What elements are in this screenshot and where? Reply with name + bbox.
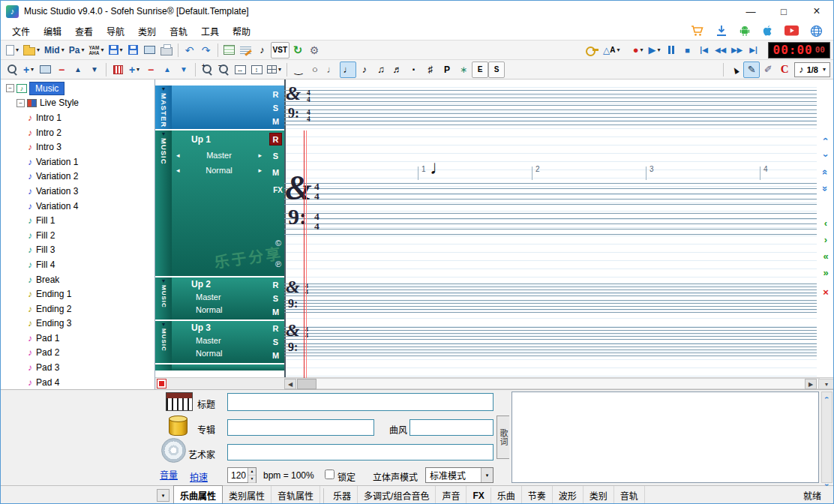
print-button[interactable] (158, 42, 175, 58)
yamaha-import-button[interactable]: YAMAHA▾ (86, 42, 106, 58)
redo-button[interactable]: ↷ (198, 42, 214, 58)
horizontal-scrollbar[interactable]: ◀ ▶ ▾ (155, 377, 833, 389)
tree-item[interactable]: ♪Break (1, 272, 154, 287)
up2-treble-staff[interactable] (284, 284, 817, 296)
tempo-input[interactable] (228, 468, 248, 482)
tab-fx[interactable]: FX (466, 488, 490, 504)
apple-icon[interactable] (762, 25, 773, 38)
cart-icon[interactable] (691, 25, 704, 37)
note-duration-select[interactable]: ♪1/8▾ (794, 62, 830, 77)
move-down-button[interactable]: ▼ (86, 62, 103, 78)
soundbank-icon[interactable] (169, 416, 188, 436)
pedal-button[interactable]: P (439, 62, 455, 78)
sixteenth-notes-button[interactable]: ♬ (389, 62, 406, 78)
tree-item[interactable]: ♪Ending 2 (1, 302, 154, 316)
track-header-partial[interactable] (172, 364, 284, 370)
patch-selector[interactable]: ◂ Master ▸ (176, 151, 262, 160)
corner-menu-button[interactable]: ▾ (818, 379, 833, 389)
fit-height-button[interactable]: ↕ (248, 62, 265, 78)
collapse-box-icon[interactable]: − (6, 84, 14, 92)
step-left-button[interactable]: ‹ (818, 218, 833, 229)
chevron-down-icon[interactable]: ▾ (617, 46, 620, 53)
close-button[interactable]: × (800, 1, 833, 22)
chevron-down-icon[interactable]: ▾ (81, 46, 84, 53)
scroll-down-button[interactable]: › (818, 150, 833, 161)
tab-song[interactable]: 乐曲 (491, 486, 522, 504)
menu-help[interactable]: 帮助 (226, 22, 257, 40)
arrow-left-icon[interactable]: ◂ (176, 152, 180, 159)
tree-item[interactable]: ♪Fill 1 (1, 213, 154, 228)
lyrics-tab[interactable]: 歌词 (496, 416, 509, 459)
youtube-icon[interactable] (784, 26, 799, 36)
rewind-button[interactable]: ◀◀ (712, 42, 729, 58)
tree-root[interactable]: − ♪ Music (1, 81, 154, 96)
track-down-button[interactable]: ▼ (176, 62, 192, 78)
close-panel-button[interactable]: × (818, 286, 833, 298)
eighth-note-button[interactable]: ♪ (356, 62, 373, 78)
arrow-left-icon[interactable]: ◂ (176, 166, 180, 174)
chevron-down-icon[interactable]: ▾ (31, 66, 34, 73)
collapse-box-icon[interactable]: − (16, 99, 25, 107)
add-category-button[interactable]: +▾ (20, 62, 37, 78)
chevron-down-icon[interactable]: ▾ (120, 46, 123, 53)
tab-instrument[interactable]: 乐器 (327, 486, 358, 504)
track-header-up2[interactable]: Up 2 Master Normal R S M (172, 278, 284, 320)
lock-checkbox[interactable] (325, 470, 334, 479)
zoom-out-button[interactable]: − (215, 62, 232, 78)
scroll-up-button[interactable]: ‹ (818, 134, 833, 145)
scrollbar-thumb[interactable] (297, 379, 316, 389)
mute-button[interactable]: M (269, 115, 282, 128)
ornament-button[interactable]: ∗ (455, 62, 472, 78)
tree-item[interactable]: ♪Variation 3 (1, 184, 154, 199)
refresh-button[interactable]: ↻ (290, 42, 306, 58)
tree-item[interactable]: ♪Fill 2 (1, 228, 154, 243)
duplicate-button[interactable] (37, 62, 53, 78)
tree-item[interactable]: ♪Variation 4 (1, 199, 154, 214)
collapse-icon[interactable]: ▼ (155, 278, 172, 284)
record-arm-button[interactable]: R (269, 88, 282, 100)
arrow-right-icon[interactable]: ▸ (258, 152, 262, 159)
chevron-down-icon[interactable]: ▾ (136, 66, 140, 73)
open-file-button[interactable]: ▾ (21, 42, 42, 58)
tree-item[interactable]: ♪Intro 3 (1, 140, 154, 154)
tie-button[interactable]: ‿ (290, 62, 307, 78)
zoom-in-button[interactable]: + (199, 62, 215, 78)
patch-selector[interactable]: Master (196, 336, 221, 345)
brush-tool-button[interactable]: ✐ (760, 62, 776, 78)
chevron-down-icon[interactable]: ▾ (823, 66, 826, 73)
stop-button[interactable]: ■ (680, 42, 696, 58)
chevron-down-icon[interactable]: ▾ (37, 46, 40, 53)
tab-category[interactable]: 类别 (584, 486, 614, 504)
download-icon[interactable] (716, 25, 728, 37)
up1-bass-staff[interactable] (284, 213, 817, 235)
fx-button[interactable]: FX (273, 186, 283, 194)
tree-item[interactable]: ♪Intro 2 (1, 125, 154, 140)
menu-track[interactable]: 音轨 (163, 22, 194, 40)
track-name[interactable]: Up 2 (191, 279, 211, 290)
tab-track-properties[interactable]: 音轨属性 (272, 486, 320, 504)
collapse-icon[interactable]: ▼ (155, 86, 172, 92)
menu-view[interactable]: 查看 (68, 22, 100, 40)
settings-button[interactable]: ⚙ (306, 42, 322, 58)
dot-button[interactable]: · (406, 62, 422, 78)
tree-item[interactable]: ♪Ending 1 (1, 286, 154, 302)
solo-button[interactable]: S (269, 292, 282, 304)
music-strip-2[interactable]: ▼ MUSIC (155, 278, 172, 320)
up3-treble-staff[interactable] (284, 327, 817, 340)
midi-import-button[interactable]: Mid▾ (42, 42, 67, 58)
chevron-down-icon[interactable]: ▾ (658, 46, 661, 53)
mute-button[interactable]: M (269, 305, 282, 318)
add-track-button[interactable]: +▾ (126, 62, 142, 78)
mode-selector[interactable]: Normal (196, 305, 222, 314)
half-note-button[interactable]: ♩ (323, 62, 340, 78)
skip-back-button[interactable]: |◀ (696, 42, 712, 58)
tree-item[interactable]: ♪Pad 1 (1, 331, 154, 346)
jump-right-button[interactable]: » (818, 267, 833, 278)
tab-track[interactable]: 音轨 (614, 486, 645, 504)
tree-item[interactable]: ♪Ending 3 (1, 316, 154, 332)
cd-icon[interactable] (161, 438, 186, 463)
globe-icon[interactable] (810, 25, 823, 38)
master-strip[interactable]: ▼ MASTER (155, 86, 172, 129)
two-eighth-notes-button[interactable]: ♫ (373, 62, 389, 78)
tab-waveform[interactable]: 波形 (553, 486, 584, 504)
